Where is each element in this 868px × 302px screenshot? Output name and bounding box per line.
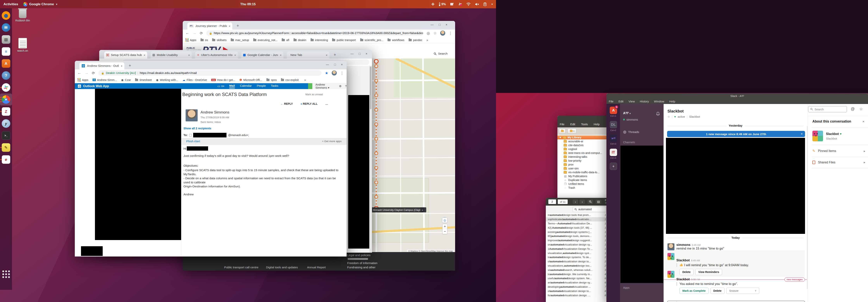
maximize-icon[interactable]: □ bbox=[334, 63, 336, 66]
notifications-bell-icon[interactable] bbox=[656, 112, 660, 116]
search-result-row[interactable]: via automated search, whereas soluti...3 bbox=[546, 268, 609, 272]
scrollbar-thumb[interactable] bbox=[370, 67, 371, 109]
forward-icon[interactable]: → bbox=[85, 71, 88, 75]
mark-as-complete-button[interactable]: Mark as Complete bbox=[680, 288, 709, 294]
search-result-row[interactable]: 42]. Automated design tools [37, 66] ...… bbox=[546, 226, 609, 230]
bookmark-star-icon[interactable]: ☆ bbox=[433, 31, 437, 35]
owa-calendar-badge[interactable]: ▭194 bbox=[217, 84, 224, 88]
tab-close-icon[interactable]: × bbox=[326, 54, 328, 57]
menu-tools[interactable]: Tools bbox=[581, 123, 588, 126]
minimize-icon[interactable]: — bbox=[431, 23, 434, 27]
activities-button[interactable]: Activities bbox=[3, 2, 18, 6]
slack-titlebar[interactable]: Slack - A²I² bbox=[607, 93, 868, 99]
address-bar[interactable]: 🔒 https://www.ptv.vic.gov.au/journey/#Jo… bbox=[206, 30, 423, 36]
dock-item-notes[interactable]: ✎ bbox=[0, 141, 12, 154]
message-author[interactable]: simmons8:49 AM bbox=[676, 243, 805, 247]
dock-item-zotero[interactable]: Z bbox=[0, 105, 12, 118]
search-result-row[interactable]: on automated visualization design sy...1 bbox=[546, 242, 609, 247]
bookmark-interesting[interactable]: interesting bbox=[311, 38, 328, 42]
current-user[interactable]: simmons bbox=[623, 118, 638, 121]
bookmark-star-icon[interactable]: ★ bbox=[325, 71, 328, 75]
bookmark--[interactable]: » bbox=[303, 78, 306, 81]
new-tab-button[interactable]: + bbox=[129, 64, 131, 68]
owa-nav-mail[interactable]: Mail bbox=[229, 84, 235, 88]
reply-all-button[interactable]: « REPLY ALL bbox=[301, 102, 317, 105]
bookmark-os[interactable]: os bbox=[200, 38, 208, 42]
owa-brand[interactable]: Outlook Web App bbox=[83, 85, 109, 88]
profile-avatar[interactable] bbox=[332, 70, 337, 75]
search-result-row[interactable]: 65] automated design tools, demons...1 bbox=[546, 234, 609, 238]
clipboard-icon[interactable] bbox=[484, 2, 487, 6]
owa-nav-calendar[interactable]: Calendar bbox=[240, 84, 252, 88]
tab-google-calendar-june-2[interactable]: Google Calendar - June 2× bbox=[241, 52, 283, 59]
search-input[interactable]: Search bbox=[808, 106, 847, 112]
search-result-row[interactable]: of automated visualization design to...2 bbox=[546, 259, 609, 264]
locate-me-button[interactable]: ◎ bbox=[442, 217, 447, 223]
pinned-items-row[interactable]: ✎ Pinned Items ▸ bbox=[812, 149, 865, 153]
workspace-dl[interactable]: DL bbox=[610, 121, 617, 128]
bookmark-spss[interactable]: spss bbox=[267, 78, 277, 81]
menu-help[interactable]: Help bbox=[594, 123, 600, 126]
member-name[interactable]: Slackbot ♥ bbox=[826, 132, 842, 136]
bookmark-executing-not-[interactable]: executing_not... bbox=[253, 38, 277, 42]
window-controls[interactable]: —□× bbox=[431, 23, 447, 27]
new-tab-button[interactable]: + bbox=[237, 24, 239, 28]
clock[interactable]: Thu 09:15 bbox=[240, 0, 255, 8]
owa-user-menu[interactable]: Andrew Simmons ▾ bbox=[315, 83, 336, 89]
panel-close-icon[interactable]: × bbox=[862, 120, 865, 124]
destination-chevron[interactable]: › bbox=[420, 207, 425, 212]
search-result-row[interactable]: 1 Automated Visualization Design To ...1 bbox=[546, 247, 609, 251]
find-input[interactable]: automated bbox=[573, 207, 606, 212]
star-icon[interactable]: ☆ bbox=[668, 115, 670, 118]
delete-button[interactable]: Delete bbox=[711, 288, 724, 294]
footer-link-public-transport-call-centre[interactable]: Public transport call centre bbox=[224, 266, 258, 269]
bookmark-csv-exploit[interactable]: csv-exploit bbox=[281, 78, 299, 81]
forward-icon[interactable]: → bbox=[193, 31, 196, 35]
bookmark-timesheet[interactable]: timesheet bbox=[135, 78, 152, 81]
banner-close-icon[interactable]: × bbox=[801, 132, 803, 136]
bookmark-microsoft-offi-[interactable]: ❶Microsoft Offi... bbox=[240, 78, 262, 81]
bookmark-afl[interactable]: afl bbox=[282, 38, 289, 42]
help-icon[interactable]: ? bbox=[345, 85, 347, 88]
dock-item-thunderbird[interactable]: ✉ bbox=[0, 22, 12, 33]
map-zoom-control[interactable]: + − bbox=[442, 224, 447, 234]
phish-alert-button[interactable]: Phish Alert bbox=[186, 140, 200, 143]
search-result-row[interactable]: useful automated design system. Ne...6 bbox=[546, 276, 609, 280]
minimize-icon[interactable]: — bbox=[326, 63, 329, 66]
menu-history[interactable]: History bbox=[640, 100, 649, 103]
dock-item-help-browser[interactable]: ? bbox=[0, 69, 12, 81]
reload-icon[interactable]: ⟳ bbox=[200, 31, 203, 35]
attach-plus-icon[interactable]: + bbox=[668, 301, 677, 302]
menu-dots-icon[interactable]: ⋮ bbox=[340, 71, 344, 75]
dock-item-libreoffice-writer[interactable]: ≡ bbox=[0, 45, 12, 58]
scrollbar[interactable] bbox=[369, 66, 372, 253]
search-result-row[interactable]: developing automated visualization ...7 bbox=[546, 285, 609, 289]
reply-button[interactable]: ← REPLY bbox=[281, 102, 293, 105]
tab-close-icon[interactable]: × bbox=[234, 54, 236, 57]
wifi-icon[interactable] bbox=[466, 2, 471, 6]
recipient-checkbox[interactable] bbox=[189, 134, 192, 136]
zoom-out-button[interactable]: − bbox=[442, 229, 447, 234]
footer-link-fundraising-and-other[interactable]: Fundraising and other bbox=[347, 266, 375, 269]
bookmark-working-with-[interactable]: ◉Working with... bbox=[156, 78, 178, 81]
chevron-down-icon[interactable]: ▼ bbox=[491, 3, 493, 6]
search-result-row[interactable]: in automated design tools that prom...1 bbox=[546, 213, 609, 217]
workspace-it[interactable]: IT bbox=[610, 149, 617, 156]
new-messages-banner[interactable]: 1 new message since 8:49 AM on June 27th… bbox=[667, 131, 805, 137]
address-bar[interactable]: 🔒 Deakin University [AU] | https://mail.… bbox=[98, 70, 321, 76]
tab-close-icon[interactable]: × bbox=[121, 64, 122, 68]
tab-mobile-usability[interactable]: Mobile Usability× bbox=[151, 52, 192, 59]
tab-close-icon[interactable]: × bbox=[280, 54, 281, 57]
bookmark-deakin[interactable]: deakin bbox=[293, 38, 306, 42]
search-result-row[interactable]: Terms—Automated Visualization De...1 bbox=[546, 222, 609, 226]
tab-journey-planner[interactable]: PT› Journey planner - Public T × bbox=[187, 23, 232, 29]
new-collection-button[interactable] bbox=[559, 129, 565, 134]
maximize-icon[interactable]: □ bbox=[439, 23, 441, 27]
bookmark-apps[interactable]: Apps bbox=[78, 78, 88, 81]
bookmark-how-do-i-get-[interactable]: newHow do I get... bbox=[211, 78, 235, 81]
search-result-row[interactable]: to automated design. We currently m...4 bbox=[546, 272, 609, 276]
geolocation-icon[interactable]: ◎ bbox=[427, 31, 430, 35]
tab-close-icon[interactable]: × bbox=[228, 24, 230, 28]
get-more-apps[interactable]: + Get more apps bbox=[322, 140, 342, 143]
temperature-indicator[interactable]: 9% bbox=[439, 2, 446, 6]
